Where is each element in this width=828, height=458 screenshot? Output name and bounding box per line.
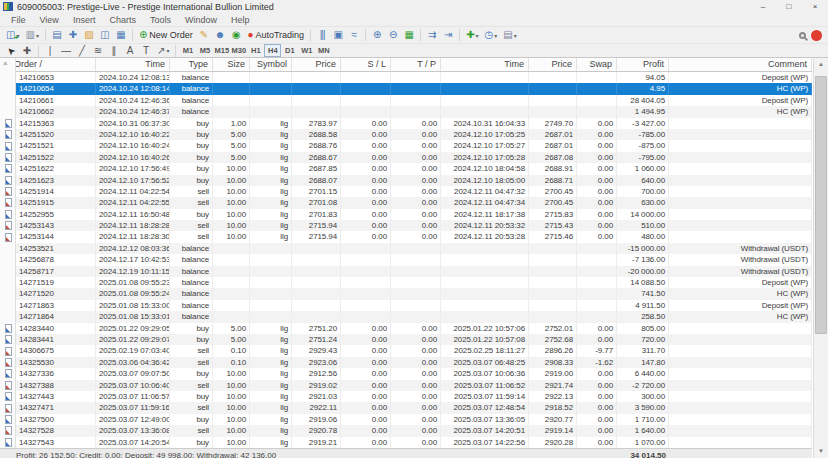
menu-window[interactable]: Window: [178, 14, 224, 26]
history-row[interactable]: 143273882025.03.07 10:06:40sell10.00llg2…: [0, 380, 812, 391]
history-row[interactable]: 143274432025.03.07 11:06:57buy10.00llg29…: [0, 391, 812, 402]
timeframe-d1-button[interactable]: D1: [281, 44, 298, 57]
history-row[interactable]: 142106622024.10.24 12:46:37balance1 494.…: [0, 106, 812, 117]
chart-shift-button[interactable]: ⇥: [440, 28, 456, 43]
history-row[interactable]: 143275432025.03.07 14:20:54buy10.00llg29…: [0, 437, 812, 448]
history-row[interactable]: 142519152024.12.11 04:22:55sell10.00llg2…: [0, 197, 812, 208]
history-row[interactable]: 142834402025.01.22 09:29:05buy5.00llg275…: [0, 323, 812, 334]
history-row[interactable]: 142515222024.12.10 16:40:26buy5.00llg268…: [0, 152, 812, 163]
history-row[interactable]: 142106532024.10.24 12:08:13balance94.05D…: [0, 72, 812, 83]
history-row[interactable]: 143274712025.03.07 11:59:16sell10.00llg2…: [0, 402, 812, 413]
timeframe-mn-button[interactable]: MN: [315, 44, 332, 57]
history-row[interactable]: 143273362025.03.07 09:07:50buy10.00llg29…: [0, 368, 812, 379]
col-header-close-price[interactable]: Price: [529, 58, 577, 71]
history-row[interactable]: 142515212024.12.10 16:40:24buy5.00llg268…: [0, 140, 812, 151]
market-button[interactable]: ☻: [212, 28, 229, 43]
timeframe-m30-button[interactable]: M30: [230, 44, 247, 57]
strategy-tester-button[interactable]: ▦: [113, 28, 129, 43]
col-header-comment[interactable]: Comment: [669, 58, 812, 71]
history-row[interactable]: 142587172024.12.19 10:11:15balance-20 00…: [0, 266, 812, 277]
history-row[interactable]: 142529552024.12.11 16:50:48buy10.00llg27…: [0, 209, 812, 220]
history-row[interactable]: 142516232024.12.10 17:56:52buy10.00llg26…: [0, 175, 812, 186]
trendline-tool-button[interactable]: ╱: [74, 44, 90, 57]
col-header-size[interactable]: Size: [213, 58, 250, 71]
col-header-open-time[interactable]: Time: [96, 58, 170, 71]
menu-insert[interactable]: Insert: [66, 14, 103, 26]
candlestick-chart-button[interactable]: ▣: [330, 28, 346, 43]
col-header-take-profit[interactable]: T / P: [391, 58, 441, 71]
autotrading-button[interactable]: ●AutoTrading: [244, 28, 307, 43]
zoom-out-button[interactable]: ⊖: [385, 28, 401, 43]
history-row[interactable]: 142718632025.01.08 15:33:00balance4 911.…: [0, 300, 812, 311]
timeframe-m15-button[interactable]: M15: [213, 44, 230, 57]
history-row[interactable]: 142515202024.12.10 16:40:22buy5.00llg268…: [0, 129, 812, 140]
terminal-button[interactable]: ◫: [97, 28, 113, 43]
scrollbar-thumb[interactable]: [815, 76, 827, 334]
navigator-button[interactable]: ▧: [81, 28, 97, 43]
history-row[interactable]: 142535212024.12.12 08:03:36balance-15 00…: [0, 243, 812, 254]
maximize-button[interactable]: □: [776, 0, 802, 13]
horizontal-line-tool-button[interactable]: —: [58, 44, 74, 57]
history-row[interactable]: 142106542024.10.24 12:08:14balance4.95HC…: [0, 83, 812, 94]
menu-file[interactable]: File: [4, 14, 33, 26]
scroll-down-arrow-icon[interactable]: ▼: [814, 445, 828, 458]
menu-view[interactable]: View: [33, 14, 66, 26]
col-header-close-time[interactable]: Time: [441, 58, 529, 71]
minimize-button[interactable]: –: [750, 0, 776, 13]
new-chart-button[interactable]: ◫+▾: [3, 28, 22, 43]
col-header-stop-loss[interactable]: S / L: [341, 58, 391, 71]
equidistant-channel-tool-button[interactable]: ∥: [106, 44, 122, 57]
crosshair-tool-button[interactable]: ✚: [19, 44, 35, 57]
history-row[interactable]: 143255302025.03.06 04:36:42sell0.10llg29…: [0, 357, 812, 368]
timeframe-h1-button[interactable]: H1: [247, 44, 264, 57]
line-chart-button[interactable]: ≈: [346, 28, 362, 43]
indicators-button[interactable]: ✚▾: [463, 28, 481, 43]
history-row[interactable]: 143275282025.03.07 13:36:08sell10.00llg2…: [0, 425, 812, 436]
zoom-in-button[interactable]: ⊕: [369, 28, 385, 43]
bar-chart-button[interactable]: |||: [314, 28, 330, 43]
col-header-symbol[interactable]: Symbol: [250, 58, 292, 71]
text-tool-button[interactable]: A: [122, 44, 138, 57]
col-header-open-price[interactable]: Price: [292, 58, 341, 71]
history-row[interactable]: 143275002025.03.07 12:49:00buy10.00llg29…: [0, 414, 812, 425]
arrows-tool-button[interactable]: ↗▾: [154, 44, 172, 57]
search-icon[interactable]: [799, 32, 806, 39]
periods-button[interactable]: ◷▾: [482, 28, 501, 43]
market-watch-button[interactable]: ▤: [49, 28, 65, 43]
templates-button[interactable]: ▤▾: [500, 28, 519, 43]
profiles-button[interactable]: ▥▾: [22, 28, 41, 43]
history-row[interactable]: 142715202025.01.08 09:55:24balance741.50…: [0, 288, 812, 299]
cursor-tool-button[interactable]: ➤: [3, 44, 19, 57]
col-header-type[interactable]: Type: [170, 58, 213, 71]
panel-close-icon[interactable]: ×: [3, 59, 8, 68]
history-row[interactable]: 142153632024.10.31 06:37:30buy1.00llg278…: [0, 118, 812, 129]
history-row[interactable]: 142715192025.01.08 09:55:23balance14 088…: [0, 277, 812, 288]
menu-tools[interactable]: Tools: [143, 14, 178, 26]
history-row[interactable]: 143066752025.02.19 07:03:40sell0.10llg29…: [0, 345, 812, 356]
history-row[interactable]: 142834412025.01.22 09:29:07buy5.00llg275…: [0, 334, 812, 345]
tile-windows-button[interactable]: ▦: [401, 28, 417, 43]
fibonacci-tool-button[interactable]: ≋: [90, 44, 106, 57]
history-row[interactable]: 142531442024.12.11 18:28:30sell10.00llg2…: [0, 231, 812, 242]
signals-button[interactable]: ◉: [228, 28, 244, 43]
timeframe-w1-button[interactable]: W1: [298, 44, 315, 57]
history-row[interactable]: 142718642025.01.08 15:33:01balance258.50…: [0, 311, 812, 322]
history-row[interactable]: 142516222024.12.10 17:56:49buy10.00llg26…: [0, 163, 812, 174]
close-button[interactable]: ×: [802, 0, 828, 13]
scroll-up-arrow-icon[interactable]: ▲: [814, 58, 828, 71]
new-order-button[interactable]: ⊕New Order: [136, 28, 196, 43]
history-row[interactable]: 142106612024.10.24 12:46:36balance28 404…: [0, 95, 812, 106]
metaeditor-button[interactable]: ✎: [196, 28, 212, 43]
text-label-tool-button[interactable]: T: [138, 44, 154, 57]
notification-badge[interactable]: [811, 30, 822, 41]
history-row[interactable]: 142519142024.12.11 04:22:54sell10.00llg2…: [0, 186, 812, 197]
col-header-swap[interactable]: Swap: [577, 58, 617, 71]
vertical-line-tool-button[interactable]: |: [42, 44, 58, 57]
menu-charts[interactable]: Charts: [102, 14, 143, 26]
auto-scroll-button[interactable]: ⇉: [424, 28, 440, 43]
menu-help[interactable]: Help: [224, 14, 257, 26]
timeframe-h4-button[interactable]: H4: [264, 44, 281, 57]
history-row[interactable]: 142531432024.12.11 18:28:28sell10.00llg2…: [0, 220, 812, 231]
history-row[interactable]: 142568782024.12.17 10:42:53balance-7 136…: [0, 254, 812, 265]
data-window-button[interactable]: ✚: [65, 28, 81, 43]
